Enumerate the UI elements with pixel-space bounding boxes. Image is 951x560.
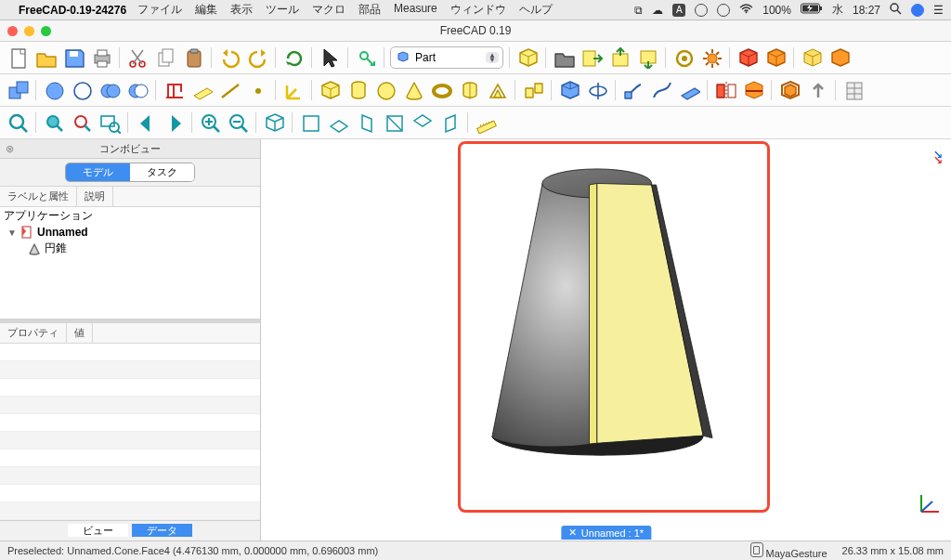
mac-menu-item[interactable]: 編集 <box>195 2 217 18</box>
datum-line-button[interactable] <box>217 78 241 102</box>
torus-yel-button[interactable] <box>429 78 453 102</box>
revolve-button[interactable] <box>585 78 609 102</box>
mdi-tab-close-icon[interactable]: ✕ <box>568 527 577 539</box>
cylinder-yel-button[interactable] <box>345 78 370 102</box>
wifi-icon[interactable] <box>739 4 753 17</box>
red-cube-button[interactable] <box>736 46 760 70</box>
isometric-cube-button[interactable] <box>800 46 824 70</box>
attach-red-button[interactable] <box>162 78 186 102</box>
minimize-window-button[interactable] <box>24 26 34 36</box>
arrow-cursor-button[interactable] <box>318 46 342 70</box>
paste-button[interactable] <box>181 46 205 70</box>
col-desc[interactable]: 説明 <box>77 187 113 206</box>
mac-menu-item[interactable]: ヘルプ <box>519 2 553 18</box>
mac-menu-item[interactable]: ウィンドウ <box>450 2 506 18</box>
3d-viewport[interactable]: ↘ ↘ ✕ Unnamed : 1* <box>261 139 951 540</box>
mac-menu-item[interactable]: マクロ <box>312 2 345 18</box>
sphere-union-button[interactable] <box>98 78 122 102</box>
cut-red-button[interactable] <box>741 78 765 102</box>
model-tree[interactable]: アプリケーション ▼ Unnamed 円錐 <box>0 207 260 319</box>
refresh-button[interactable] <box>281 46 306 70</box>
sweep-blue-button[interactable] <box>677 78 701 102</box>
copy-button[interactable] <box>153 46 177 70</box>
sweep-path-button[interactable] <box>649 78 673 102</box>
property-grid[interactable] <box>0 344 260 520</box>
nav-fwd-button[interactable] <box>162 111 186 135</box>
datum-point-button[interactable] <box>245 78 269 102</box>
circle-icon-2[interactable] <box>717 4 730 17</box>
status-navstyle[interactable]: MayaGesture <box>750 542 827 559</box>
zoom-window-button[interactable] <box>98 111 122 135</box>
part-cube-button[interactable] <box>515 46 540 70</box>
cone-yel-button[interactable] <box>401 78 425 102</box>
sheet-button[interactable] <box>841 78 866 102</box>
ortho-bottom-button[interactable] <box>410 111 434 135</box>
print-button[interactable] <box>89 46 113 70</box>
battery-icon[interactable] <box>801 3 823 17</box>
mac-menu-item[interactable]: ツール <box>266 2 299 18</box>
cut-button[interactable] <box>125 46 150 70</box>
col-value[interactable]: 値 <box>67 323 93 343</box>
zoom-sel-button[interactable] <box>70 111 94 135</box>
prism-yel-button[interactable] <box>457 78 481 102</box>
mac-menu-item[interactable]: 部品 <box>358 2 381 18</box>
tree-row-cone[interactable]: 円錐 <box>0 240 260 257</box>
open-button[interactable] <box>33 46 58 70</box>
zoom-out-button[interactable] <box>226 111 250 135</box>
tree-row-doc[interactable]: ▼ Unnamed <box>0 225 260 240</box>
iso-box-button[interactable] <box>262 111 286 135</box>
sphere-cut-button[interactable] <box>125 78 150 102</box>
compound-button[interactable] <box>521 78 545 102</box>
sphere-blue-button[interactable] <box>42 78 66 102</box>
datum-plane-button[interactable] <box>189 78 214 102</box>
mirror-red-button[interactable] <box>713 78 737 102</box>
extrude-button[interactable] <box>557 78 581 102</box>
menu-icon[interactable]: ☰ <box>933 4 944 17</box>
ortho-back-button[interactable] <box>382 111 406 135</box>
zoom-window-button[interactable] <box>41 26 51 36</box>
new-doc-button[interactable] <box>6 46 30 70</box>
export-down-button[interactable] <box>635 46 659 70</box>
ortho-front-button[interactable] <box>298 111 322 135</box>
app-name[interactable]: FreeCAD-0.19-24276 <box>19 4 126 17</box>
ortho-left-button[interactable] <box>437 111 462 135</box>
sphere-outline-button[interactable] <box>70 78 94 102</box>
measure-ruler-button[interactable] <box>474 111 498 135</box>
cloud-icon[interactable]: ☁︎ <box>652 4 663 17</box>
zoom-in-button[interactable] <box>198 111 222 135</box>
mac-menu-item[interactable]: 表示 <box>230 2 253 18</box>
magnifier-button[interactable] <box>6 111 30 135</box>
box-yel-button[interactable] <box>318 78 342 102</box>
open-folder-button[interactable] <box>552 46 576 70</box>
tab-data[interactable]: データ <box>132 524 192 537</box>
export-right-button[interactable] <box>580 46 604 70</box>
lcs-button[interactable] <box>281 78 306 102</box>
spotlight-icon[interactable] <box>890 3 902 18</box>
dropbox-icon[interactable]: ⧉ <box>634 4 643 17</box>
orange-cube2-button[interactable] <box>827 46 852 70</box>
ortho-right-button[interactable] <box>354 111 378 135</box>
user-icon[interactable] <box>911 4 924 17</box>
redo-button[interactable] <box>245 46 269 70</box>
tree-row-app[interactable]: アプリケーション <box>0 207 260 225</box>
input-source-icon[interactable]: A <box>672 4 685 17</box>
bool-common-button[interactable] <box>6 78 30 102</box>
sweep-face-button[interactable] <box>621 78 645 102</box>
mac-menu-item[interactable]: Measure <box>394 2 437 18</box>
wedge-yel-button[interactable] <box>485 78 509 102</box>
export-up-button[interactable] <box>607 46 632 70</box>
gear-orange-button[interactable] <box>699 46 723 70</box>
sphere-yel-button[interactable] <box>373 78 397 102</box>
mdi-tab[interactable]: ✕ Unnamed : 1* <box>561 526 651 540</box>
mac-menu-item[interactable]: ファイル <box>137 2 182 18</box>
loop-select-button[interactable] <box>671 46 696 70</box>
tab-task[interactable]: タスク <box>130 163 194 181</box>
navigation-cube-icon[interactable] <box>918 490 943 514</box>
close-window-button[interactable] <box>7 26 18 36</box>
col-label[interactable]: ラベルと属性 <box>0 187 77 206</box>
workbench-selector[interactable]: Part▲▼ <box>390 46 503 69</box>
thickness-org-button[interactable] <box>777 78 801 102</box>
disclosure-arrow-icon[interactable]: ▼ <box>7 228 17 238</box>
panel-close-icon[interactable]: ⊗ <box>6 143 14 155</box>
orange-cube-button[interactable] <box>763 46 788 70</box>
